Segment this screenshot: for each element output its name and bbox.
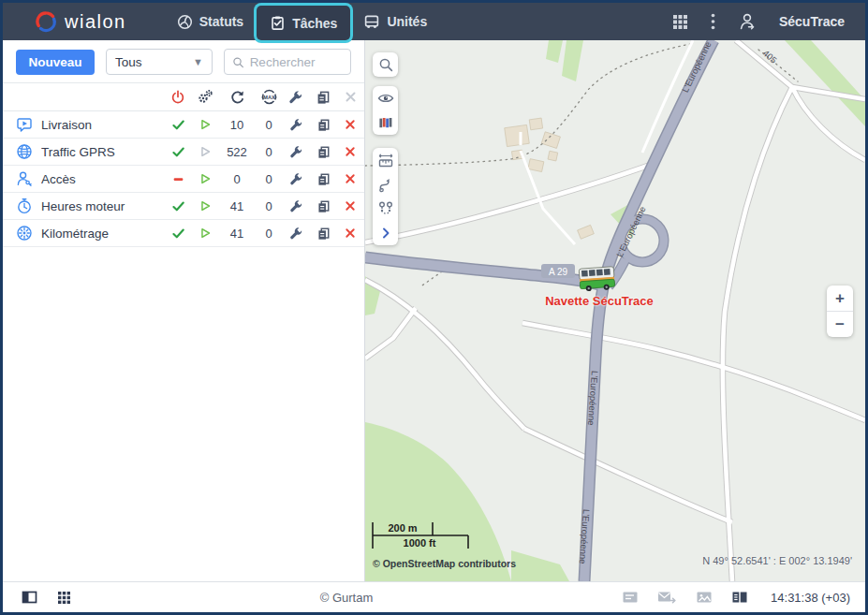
stopwatch-icon: [16, 198, 33, 214]
column-max-icon[interactable]: MAX: [256, 89, 282, 105]
executions-count: 10: [218, 118, 256, 132]
nav-tabs: Statuts Tâches Unités: [164, 3, 441, 40]
copy-task-icon[interactable]: [310, 118, 336, 132]
delete-task-icon[interactable]: [336, 227, 364, 239]
delete-task-icon[interactable]: [336, 146, 364, 157]
copy-task-icon[interactable]: [310, 227, 336, 241]
edit-wrench-icon[interactable]: [282, 199, 310, 213]
column-delete-icon[interactable]: [336, 91, 364, 103]
run-task-icon[interactable]: [192, 199, 218, 212]
task-row-traffic-gprs[interactable]: Traffic GPRS 522 0: [3, 139, 364, 166]
visibility-eye-icon[interactable]: [373, 86, 398, 110]
gurtam-copyright: © Gurtam: [71, 591, 622, 605]
chevron-down-icon: ▼: [193, 56, 203, 67]
filter-dropdown[interactable]: Tous ▼: [106, 49, 213, 75]
new-task-button[interactable]: Nouveau: [16, 50, 95, 75]
wialon-logo: wialon: [35, 10, 126, 33]
copy-task-icon[interactable]: [310, 145, 336, 159]
map-search-icon[interactable]: [373, 52, 398, 77]
notifications-log-icon[interactable]: [622, 590, 639, 605]
tab-tasks-label: Tâches: [292, 16, 337, 31]
map-attribution: © OpenStreetMap contributors: [373, 558, 516, 569]
map-scale-bar: 200 m 1000 ft: [371, 519, 476, 552]
task-row-livraison[interactable]: Livraison 10 0: [3, 111, 364, 139]
delete-task-icon[interactable]: [336, 173, 364, 184]
media-image-icon[interactable]: [696, 590, 713, 605]
task-label: Livraison: [41, 118, 164, 132]
run-task-icon[interactable]: [192, 118, 218, 131]
route-icon[interactable]: [373, 172, 398, 197]
user-account-icon[interactable]: [738, 12, 757, 31]
column-executions-refresh-icon[interactable]: [218, 89, 256, 105]
tab-units-label: Unités: [387, 14, 427, 29]
queue-count: 0: [256, 118, 282, 132]
delete-task-icon[interactable]: [336, 119, 364, 130]
road-label-a29: A 29: [549, 267, 567, 277]
clock-time: 14:31:38 (+03): [771, 591, 850, 605]
disabled-minus-icon[interactable]: [164, 172, 192, 186]
ruler-icon[interactable]: [373, 148, 398, 172]
bottom-apps-grid-icon[interactable]: [57, 591, 71, 605]
column-enabled-power-icon[interactable]: [164, 90, 192, 105]
tab-tasks[interactable]: Tâches: [257, 6, 350, 40]
tab-statuses[interactable]: Statuts: [164, 3, 257, 40]
more-menu-icon[interactable]: [711, 13, 715, 30]
split-view-icon[interactable]: [731, 590, 748, 605]
copy-task-icon[interactable]: [310, 172, 336, 186]
search-input[interactable]: [250, 55, 343, 69]
queue-count: 0: [256, 145, 282, 159]
enabled-check-icon[interactable]: [164, 199, 192, 213]
map-area[interactable]: A 29 L'Européenne L'Européenne L'Europée…: [365, 40, 865, 581]
edit-wrench-icon[interactable]: [282, 145, 310, 159]
task-label: Kilométrage: [41, 227, 164, 241]
wialon-logo-icon: [35, 10, 57, 33]
zoom-in-button[interactable]: +: [827, 286, 853, 311]
column-copy-icon[interactable]: [310, 90, 336, 105]
username[interactable]: SécuTrace: [779, 14, 845, 29]
copy-task-icon[interactable]: [310, 199, 336, 213]
gauge-icon: [16, 225, 33, 242]
search-box[interactable]: [224, 49, 351, 75]
scale-meters: 200 m: [388, 522, 417, 534]
mail-forward-icon[interactable]: [657, 590, 677, 605]
tab-units[interactable]: Unités: [350, 3, 440, 40]
edit-wrench-icon[interactable]: [282, 227, 310, 241]
enabled-check-icon[interactable]: [164, 118, 192, 132]
task-row-heures-moteur[interactable]: Heures moteur 41 0: [3, 193, 364, 220]
scale-feet: 1000 ft: [404, 537, 436, 549]
tasks-icon: [270, 15, 286, 31]
task-label: Accès: [41, 172, 164, 186]
delivery-icon: [16, 116, 33, 133]
unit-label[interactable]: Navette SécuTrace: [512, 294, 686, 308]
map-view-tools: [373, 86, 398, 135]
app-window: wialon Statuts Tâches: [0, 0, 868, 615]
map-source-icon[interactable]: [373, 110, 398, 135]
zoom-out-button[interactable]: −: [827, 312, 853, 337]
run-task-icon[interactable]: [192, 145, 218, 158]
executions-count: 522: [218, 145, 256, 159]
top-navbar: wialon Statuts Tâches: [3, 3, 865, 40]
column-settings-gears-icon[interactable]: [192, 89, 218, 105]
delete-task-icon[interactable]: [336, 200, 364, 212]
panel-toolbar: Nouveau Tous ▼: [3, 40, 364, 83]
waypoints-icon[interactable]: [373, 197, 398, 221]
enabled-check-icon[interactable]: [164, 145, 192, 159]
run-task-icon[interactable]: [192, 172, 218, 185]
filter-value: Tous: [115, 55, 142, 69]
cursor-coordinates: N 49° 52.6541' : E 002° 13.1949': [702, 555, 852, 566]
task-row-kilometrage[interactable]: Kilométrage 41 0: [3, 220, 364, 247]
executions-count: 41: [218, 227, 256, 241]
edit-wrench-icon[interactable]: [282, 118, 310, 132]
apps-grid-icon[interactable]: [672, 14, 688, 30]
executions-count: 0: [218, 172, 256, 186]
edit-wrench-icon[interactable]: [282, 172, 310, 186]
statuses-icon: [177, 14, 193, 30]
toggle-panel-icon[interactable]: [22, 590, 37, 605]
run-task-icon[interactable]: [192, 227, 218, 240]
enabled-check-icon[interactable]: [164, 227, 192, 241]
zoom-control: + −: [827, 286, 853, 337]
task-row-acces[interactable]: Accès 0 0: [3, 166, 364, 193]
expand-chevron-icon[interactable]: [373, 221, 398, 245]
table-header: MAX: [3, 83, 364, 111]
column-wrench-icon[interactable]: [282, 90, 310, 105]
